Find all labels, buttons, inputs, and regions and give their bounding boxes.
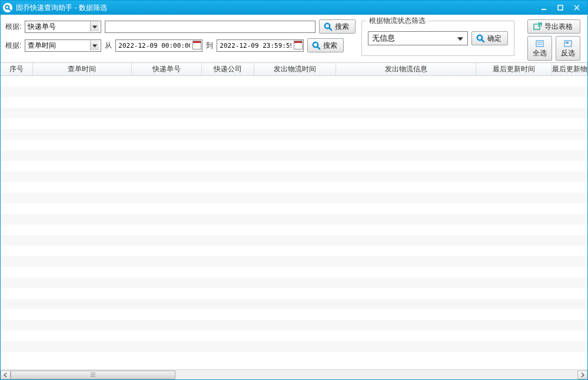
table-row	[1, 331, 587, 341]
table-row	[1, 299, 587, 309]
table-row	[1, 224, 587, 235]
from-label: 从	[105, 41, 112, 51]
table-row	[1, 320, 587, 331]
invert-select-button[interactable]: 反选	[556, 36, 580, 61]
table-row	[1, 108, 587, 118]
select-all-icon	[535, 39, 544, 48]
confirm-button[interactable]: 确定	[471, 31, 508, 45]
close-button[interactable]	[569, 2, 585, 14]
export-icon	[533, 22, 542, 31]
app-icon	[3, 3, 12, 12]
confirm-button-label: 确定	[487, 34, 501, 44]
search-button-label: 搜索	[335, 22, 349, 32]
search-icon	[311, 41, 321, 50]
table-row	[1, 246, 587, 256]
svg-rect-3	[558, 5, 563, 10]
maximize-button[interactable]	[552, 2, 569, 14]
invert-icon	[563, 39, 573, 48]
table-row	[1, 150, 587, 161]
svg-line-7	[330, 28, 332, 31]
field-select[interactable]	[25, 21, 101, 33]
export-button-label: 导出表格	[544, 22, 573, 32]
chevron-right-icon	[580, 372, 584, 378]
col-company[interactable]: 快递公司	[202, 63, 254, 75]
svg-line-11	[482, 40, 484, 42]
table-row	[1, 171, 587, 182]
chevron-left-icon	[4, 372, 8, 378]
time-search-button[interactable]: 搜索	[307, 38, 344, 52]
table-row	[1, 267, 587, 277]
table-body	[1, 76, 587, 369]
svg-rect-17	[566, 42, 569, 44]
select-all-button[interactable]: 全选	[527, 36, 552, 61]
filter-toolbar: 根据: 搜索 根据:	[1, 15, 587, 63]
table-row	[1, 118, 587, 129]
time-search-button-label: 搜索	[323, 41, 337, 51]
table-row	[1, 129, 587, 140]
keyword-input[interactable]	[105, 21, 315, 33]
status-filter-group: 根据物流状态筛选 确定	[361, 21, 514, 56]
search-button[interactable]: 搜索	[319, 19, 356, 34]
export-button[interactable]: 导出表格	[527, 19, 580, 34]
col-querytime[interactable]: 查单时间	[33, 63, 132, 75]
status-filter-legend: 根据物流状态筛选	[367, 16, 428, 26]
table-row	[1, 341, 587, 352]
col-lastinfo[interactable]: 最后更新物	[552, 63, 587, 75]
horizontal-scrollbar[interactable]	[1, 369, 587, 379]
table-row	[1, 87, 587, 97]
close-icon	[573, 4, 580, 11]
table-row	[1, 140, 587, 150]
table-row	[1, 277, 587, 288]
table-row	[1, 214, 587, 224]
time-field-select[interactable]	[25, 39, 101, 52]
search-icon	[323, 22, 333, 31]
col-lastupd[interactable]: 最后更新时间	[476, 63, 552, 75]
scrollbar-track[interactable]	[11, 371, 577, 379]
select-all-label: 全选	[533, 48, 547, 58]
search-icon	[476, 34, 485, 43]
table-row	[1, 235, 587, 246]
table-row	[1, 288, 587, 299]
col-trackno[interactable]: 快递单号	[132, 63, 202, 75]
table-row	[1, 256, 587, 267]
status-select[interactable]	[368, 31, 468, 45]
maximize-icon	[557, 4, 564, 11]
scrollbar-thumb[interactable]	[11, 371, 175, 379]
scroll-left-button[interactable]	[1, 371, 11, 379]
table-row	[1, 76, 587, 87]
table-row	[1, 352, 587, 362]
to-label: 到	[206, 41, 213, 51]
minimize-icon	[540, 4, 547, 11]
scroll-right-button[interactable]	[577, 371, 587, 379]
table-row	[1, 182, 587, 193]
to-datetime-input[interactable]	[217, 39, 304, 52]
titlebar: 固乔快递查询助手 - 数据筛选	[1, 1, 587, 15]
table-row	[1, 309, 587, 320]
results-table: 序号 查单时间 快递单号 快递公司 发出物流时间 发出物流信息 最后更新时间 最…	[1, 62, 587, 369]
svg-rect-12	[534, 24, 540, 29]
table-row	[1, 193, 587, 203]
basis-label: 根据:	[5, 22, 21, 32]
svg-line-1	[9, 9, 11, 11]
invert-label: 反选	[561, 48, 575, 58]
table-row	[1, 203, 587, 214]
col-shiptime[interactable]: 发出物流时间	[254, 63, 336, 75]
col-shipinfo[interactable]: 发出物流信息	[336, 63, 476, 75]
table-row	[1, 97, 587, 108]
svg-line-9	[318, 47, 320, 49]
minimize-button[interactable]	[536, 2, 552, 14]
svg-rect-13	[536, 41, 543, 47]
table-header: 序号 查单时间 快递单号 快递公司 发出物流时间 发出物流信息 最后更新时间 最…	[1, 63, 587, 76]
from-datetime-input[interactable]	[115, 39, 202, 52]
window-title: 固乔快递查询助手 - 数据筛选	[16, 3, 107, 13]
time-basis-label: 根据:	[5, 41, 21, 51]
table-row	[1, 161, 587, 171]
col-index[interactable]: 序号	[1, 63, 33, 75]
